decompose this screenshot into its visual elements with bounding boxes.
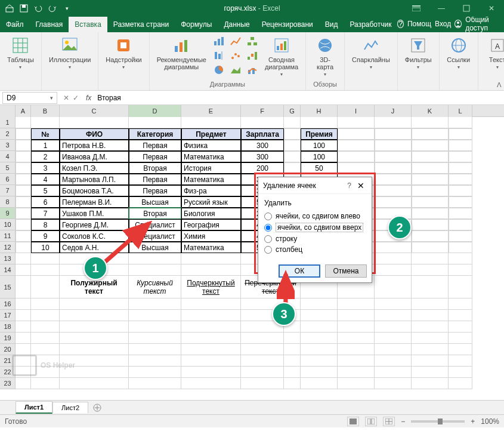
row-header[interactable]: 4 [0,151,16,162]
accept-formula-icon[interactable]: ✓ [73,94,79,102]
styled-text-cell[interactable] [16,276,31,298]
zoom-in-button[interactable]: + [471,417,475,426]
col-header-F[interactable]: F [241,105,284,117]
styled-text-cell[interactable] [375,276,412,298]
styled-text-cell[interactable] [449,276,472,298]
col-header-H[interactable]: H [301,105,338,117]
page-layout-view-icon[interactable] [365,417,377,426]
cell[interactable] [60,321,129,333]
cell[interactable] [31,310,60,321]
col-header-A[interactable]: A [16,105,31,117]
cell[interactable] [16,367,31,378]
help-icon[interactable]: ? [397,20,403,28]
cell[interactable] [412,378,449,389]
combo-chart-icon[interactable] [245,63,260,76]
cell[interactable] [449,264,472,276]
links-button[interactable]: Ссылки▾ [444,35,473,71]
styled-text-cell[interactable]: Курсивный текст [129,276,181,298]
cell[interactable] [375,117,412,128]
cell[interactable] [181,310,241,321]
cell[interactable] [31,298,60,310]
cell[interactable] [129,378,181,389]
cell[interactable] [129,333,181,344]
minimize-button[interactable]: — [429,0,454,17]
table-cell[interactable]: Математика [181,174,241,185]
row-header[interactable]: 16 [0,298,16,310]
cell[interactable] [16,253,31,264]
pie-chart-icon[interactable] [211,63,227,76]
login-label[interactable]: Вход [435,20,451,28]
table-cell[interactable]: Математика [181,242,241,253]
cell[interactable] [60,378,129,389]
cell[interactable] [375,264,412,276]
cell[interactable] [301,310,338,321]
cell[interactable] [16,117,31,128]
table-cell[interactable]: 4 [31,174,60,185]
cell[interactable] [301,355,338,367]
row-header[interactable]: 7 [0,185,16,196]
cell[interactable] [284,333,301,344]
dialog-help-icon[interactable]: ? [344,181,355,190]
column-chart-icon[interactable] [211,35,227,48]
table-cell[interactable]: Первая [129,151,181,162]
row-header[interactable]: 5 [0,162,16,174]
ribbon-options-icon[interactable] [404,0,429,17]
help-label[interactable]: Помощ [407,20,431,28]
3d-map-button[interactable]: 3D- карта▾ [311,35,339,78]
table-cell[interactable]: Первая [129,185,181,196]
table-cell[interactable]: Химия [181,230,241,242]
cell[interactable] [375,367,412,378]
cell[interactable] [60,117,129,128]
table-cell[interactable]: История [181,162,241,174]
formula-input[interactable] [95,92,504,104]
row-header[interactable]: 23 [0,378,16,389]
table-cell[interactable]: 7 [31,208,60,219]
close-button[interactable]: ✕ [479,0,504,17]
table-cell[interactable]: 3 [31,162,60,174]
table-cell[interactable]: Пелерман В.И. [60,196,129,208]
radio-option[interactable]: ячейки, со сдвигом влево [264,211,366,221]
col-header-B[interactable]: B [31,105,60,117]
cell[interactable] [301,333,338,344]
cell[interactable] [449,367,472,378]
table-cell[interactable]: Вторая [129,162,181,174]
cell[interactable] [129,344,181,355]
cell[interactable] [31,321,60,333]
cell[interactable] [301,344,338,355]
table-cell[interactable]: 300 [241,140,284,151]
filters-button[interactable]: Фильтры▾ [403,35,434,71]
table-cell[interactable]: Первая [129,140,181,151]
cell[interactable] [16,298,31,310]
col-header-I[interactable]: I [338,105,375,117]
row-header[interactable]: 19 [0,333,16,344]
surface-chart-icon[interactable] [228,63,243,76]
cell[interactable] [181,321,241,333]
table-header[interactable]: Категория [129,128,181,140]
cell[interactable] [338,355,375,367]
row-header[interactable]: 20 [0,344,16,355]
cell[interactable] [375,310,412,321]
sheet-tab-1[interactable]: Лист1 [16,401,52,414]
cell[interactable] [449,355,472,367]
cell[interactable] [60,298,129,310]
col-header-D[interactable]: D [129,105,181,117]
col-header-J[interactable]: J [375,105,412,117]
row-header[interactable]: 21 [0,355,16,367]
table-cell[interactable]: 8 [31,219,60,230]
tables-button[interactable]: Таблицы▾ [5,35,36,71]
table-header[interactable]: ФИО [60,128,129,140]
table-cell[interactable]: 1 [31,140,60,151]
table-cell[interactable]: География [181,219,241,230]
col-header-K[interactable]: K [412,105,449,117]
tab-file[interactable]: Файл [0,17,30,32]
sparklines-button[interactable]: Спарклайны▾ [350,35,392,71]
dialog-close-icon[interactable]: ✕ [355,181,367,190]
cell[interactable] [241,378,284,389]
cell[interactable] [241,117,284,128]
page-break-view-icon[interactable] [383,417,395,426]
table-cell[interactable]: 9 [31,230,60,242]
cell[interactable] [412,344,449,355]
row-header[interactable]: 8 [0,196,16,208]
cell[interactable] [301,298,338,310]
table-header[interactable]: Предмет [181,128,241,140]
